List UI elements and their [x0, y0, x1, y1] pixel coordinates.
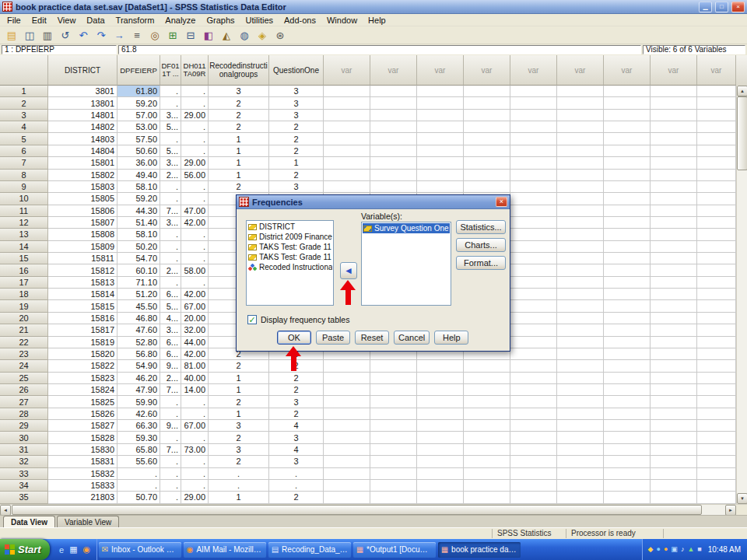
- data-cell[interactable]: .: [160, 408, 181, 420]
- data-cell[interactable]: 59.90: [117, 396, 160, 408]
- data-cell[interactable]: 9...: [160, 420, 181, 432]
- empty-cell[interactable]: [370, 408, 417, 420]
- empty-cell[interactable]: [604, 205, 651, 217]
- row-number[interactable]: 31: [0, 444, 48, 456]
- empty-cell[interactable]: [604, 480, 651, 492]
- insert-variable-icon[interactable]: ⊟: [182, 27, 199, 43]
- data-cell[interactable]: 3: [269, 432, 324, 443]
- empty-cell[interactable]: [651, 253, 697, 264]
- empty-cell[interactable]: [604, 97, 651, 109]
- row-number[interactable]: 27: [0, 396, 48, 408]
- empty-cell[interactable]: [557, 408, 604, 420]
- data-cell[interactable]: 15809: [48, 241, 117, 253]
- row-number[interactable]: 10: [0, 193, 48, 205]
- data-cell[interactable]: 45.50: [117, 300, 160, 312]
- empty-cell[interactable]: [324, 86, 370, 97]
- data-cell[interactable]: 5...: [160, 145, 181, 157]
- row-number[interactable]: 17: [0, 277, 48, 289]
- undo-icon[interactable]: ↶: [75, 27, 92, 43]
- data-cell[interactable]: .: [181, 480, 209, 492]
- dialog-close-icon[interactable]: ×: [496, 197, 507, 207]
- row-number[interactable]: 5: [0, 133, 48, 145]
- empty-cell[interactable]: [510, 97, 557, 109]
- empty-cell[interactable]: [510, 241, 557, 253]
- data-cell[interactable]: 15802: [48, 170, 117, 181]
- data-cell[interactable]: 1: [209, 145, 269, 157]
- empty-cell[interactable]: [557, 86, 604, 97]
- data-cell[interactable]: 3: [209, 444, 269, 456]
- empty-cell[interactable]: [464, 373, 510, 384]
- data-cell[interactable]: 7...: [160, 444, 181, 456]
- display-frequency-tables-row[interactable]: ✓ Display frequency tables: [247, 315, 349, 324]
- empty-cell[interactable]: [464, 157, 510, 169]
- empty-cell[interactable]: [697, 121, 736, 133]
- empty-cell[interactable]: [604, 241, 651, 253]
- empty-cell[interactable]: [557, 217, 604, 229]
- empty-cell[interactable]: [324, 170, 370, 181]
- empty-cell[interactable]: [697, 348, 736, 360]
- empty-cell[interactable]: [557, 145, 604, 157]
- paste-button[interactable]: Paste: [316, 331, 350, 345]
- row-number[interactable]: 15: [0, 253, 48, 264]
- empty-cell[interactable]: [464, 181, 510, 193]
- data-cell[interactable]: .: [181, 121, 209, 133]
- update-icon[interactable]: ●: [664, 546, 668, 553]
- data-cell[interactable]: 15832: [48, 468, 117, 480]
- empty-cell[interactable]: [651, 181, 697, 193]
- empty-cell[interactable]: [557, 420, 604, 432]
- empty-cell[interactable]: [510, 348, 557, 360]
- empty-cell[interactable]: [697, 360, 736, 372]
- empty-cell[interactable]: [370, 157, 417, 169]
- empty-cell[interactable]: [651, 229, 697, 240]
- data-cell[interactable]: 15817: [48, 324, 117, 336]
- data-cell[interactable]: .: [160, 133, 181, 145]
- empty-cell[interactable]: [324, 97, 370, 109]
- empty-cell[interactable]: [697, 145, 736, 157]
- empty-cell[interactable]: [324, 480, 370, 492]
- data-cell[interactable]: 15825: [48, 396, 117, 408]
- goto-case-icon[interactable]: →: [110, 27, 128, 43]
- data-cell[interactable]: 5...: [160, 121, 181, 133]
- empty-cell[interactable]: [604, 217, 651, 229]
- empty-cell[interactable]: [651, 468, 697, 480]
- empty-cell[interactable]: [417, 432, 464, 443]
- empty-cell[interactable]: [324, 181, 370, 193]
- empty-cell[interactable]: [557, 241, 604, 253]
- data-cell[interactable]: .: [181, 277, 209, 289]
- empty-cell[interactable]: [697, 110, 736, 121]
- empty-cell[interactable]: [557, 337, 604, 348]
- empty-cell[interactable]: [510, 205, 557, 217]
- ie-icon[interactable]: e: [59, 545, 64, 555]
- empty-cell[interactable]: [370, 420, 417, 432]
- data-cell[interactable]: 36.00: [117, 157, 160, 169]
- row-number[interactable]: 26: [0, 384, 48, 396]
- row-number[interactable]: 19: [0, 300, 48, 312]
- weight-cases-icon[interactable]: ◭: [218, 27, 235, 43]
- horizontal-scrollbar[interactable]: ◄ ►: [0, 504, 747, 515]
- data-cell[interactable]: .: [160, 241, 181, 253]
- empty-cell[interactable]: [557, 264, 604, 276]
- empty-cell[interactable]: [604, 444, 651, 456]
- data-cell[interactable]: 57.00: [117, 110, 160, 121]
- data-cell[interactable]: .: [181, 408, 209, 420]
- open-file-icon[interactable]: ▤: [3, 27, 20, 43]
- empty-cell[interactable]: [557, 480, 604, 492]
- empty-cell[interactable]: [697, 337, 736, 348]
- row-number[interactable]: 18: [0, 289, 48, 300]
- empty-cell[interactable]: [651, 157, 697, 169]
- data-cell[interactable]: 15822: [48, 360, 117, 372]
- data-cell[interactable]: 2...: [160, 170, 181, 181]
- empty-cell[interactable]: [697, 408, 736, 420]
- data-cell[interactable]: 50.60: [117, 145, 160, 157]
- display-icon[interactable]: ■: [697, 546, 701, 553]
- empty-cell[interactable]: [464, 86, 510, 97]
- taskbar-window-button[interactable]: ◉AIM Mail - Mozilla Fir...: [184, 542, 266, 558]
- empty-cell[interactable]: [697, 86, 736, 97]
- empty-cell[interactable]: [697, 264, 736, 276]
- empty-cell[interactable]: [510, 193, 557, 205]
- empty-cell[interactable]: [604, 300, 651, 312]
- empty-cell[interactable]: [651, 145, 697, 157]
- print-icon[interactable]: ▥: [39, 27, 56, 43]
- empty-cell[interactable]: [651, 492, 697, 503]
- data-cell[interactable]: 9...: [160, 360, 181, 372]
